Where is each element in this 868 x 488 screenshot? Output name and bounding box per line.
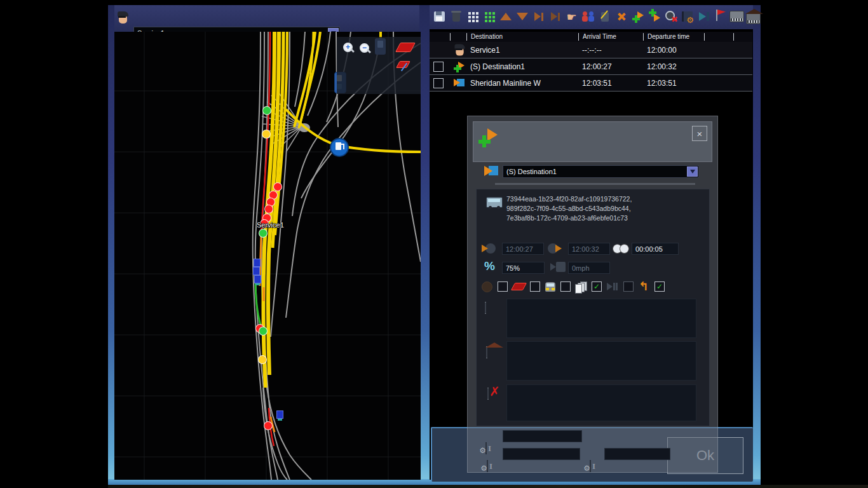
dialog-header: × [473, 121, 712, 162]
row-arrival: 12:03:51 [578, 75, 643, 91]
link-destination-icon [454, 78, 465, 88]
go-to-service-icon[interactable] [696, 8, 711, 25]
consist-marker[interactable] [254, 259, 261, 267]
refuel-pen-icon[interactable] [597, 8, 612, 25]
col-arrival[interactable]: Arrival Time [578, 33, 643, 41]
close-icon[interactable]: × [692, 126, 707, 141]
speed-field[interactable]: 0mph [568, 262, 610, 274]
add-destination-icon[interactable] [647, 8, 661, 25]
consist-coupling [278, 419, 282, 421]
percent-icon: % [484, 259, 495, 273]
table-row[interactable]: Sheridan Mainline W 12:03:51 12:03:51 [430, 75, 752, 92]
green-signal[interactable] [259, 229, 268, 238]
platform-marker-icon[interactable] [395, 43, 416, 52]
col-destination[interactable]: Destination [466, 33, 578, 41]
hand-pointer-icon[interactable]: ☛ [564, 8, 579, 25]
platform-icon[interactable] [729, 8, 744, 25]
no-platform-textarea[interactable] [506, 384, 696, 421]
dot-grid-green-icon[interactable] [482, 8, 496, 25]
guid-line: 73944eaa-1b23-4f20-82af-c10919736722, [506, 194, 697, 204]
row-checkbox[interactable] [433, 62, 444, 72]
expand-arrows-icon[interactable]: ✚ [614, 8, 628, 25]
map-view[interactable]: Service1 + − [114, 32, 421, 480]
consist-marker[interactable] [276, 410, 283, 419]
col-departure[interactable]: Departure time [643, 33, 704, 41]
red-signal[interactable] [273, 182, 282, 191]
documents-icon [576, 281, 587, 292]
green-signal[interactable] [259, 327, 268, 336]
driver-icon [454, 43, 466, 57]
duration-clocks-icon [613, 243, 629, 254]
arrival-time-field[interactable]: 12:00:27 [502, 243, 544, 255]
station-icon[interactable] [746, 8, 761, 25]
yellow-signal[interactable] [262, 130, 271, 139]
covered-platform-icon [486, 346, 487, 358]
consist-marker[interactable] [253, 267, 260, 275]
desktop-sliver [108, 485, 868, 488]
row-destination: (S) Destination1 [466, 58, 578, 74]
destination-dropdown[interactable]: (S) Destination1 [503, 165, 699, 178]
map-header-band: Service1 [114, 5, 419, 32]
media-bars-icon [607, 282, 618, 291]
table-row[interactable]: Service1 --:--:-- 12:00:00 [430, 42, 752, 58]
map-tools-panel: + − [337, 37, 421, 94]
speed-limit-icon [550, 262, 566, 273]
driver-icon [117, 11, 130, 25]
dot-grid-white-icon[interactable] [465, 8, 480, 25]
dropdown-groove [495, 183, 695, 185]
arrow-right-end-icon[interactable] [548, 8, 562, 25]
save-icon[interactable] [432, 8, 447, 25]
instruction-settings-icon: I⚙ [487, 460, 488, 472]
consist-marker[interactable] [254, 275, 261, 283]
table-row[interactable]: (S) Destination1 12:00:27 12:00:32 [430, 58, 752, 75]
option-checkbox[interactable]: ✓ [654, 281, 665, 292]
arrow-down-icon[interactable] [515, 8, 529, 25]
platform-icon [485, 302, 486, 314]
platform-textarea[interactable] [506, 299, 696, 338]
remove-service-icon[interactable]: ✖ [663, 8, 678, 25]
service-map-label: Service1 [257, 221, 284, 229]
option-checkbox[interactable] [530, 281, 540, 292]
service-settings-icon[interactable]: ⚙ [680, 8, 695, 25]
drivers-icon[interactable] [581, 8, 595, 25]
red-signal[interactable] [264, 205, 273, 214]
row-destination: Service1 [466, 42, 578, 58]
option-checkbox[interactable] [498, 281, 508, 292]
covered-platform-textarea[interactable] [506, 341, 696, 381]
option-checkbox[interactable] [560, 281, 571, 292]
option-checkbox[interactable]: ✓ [592, 281, 602, 292]
green-signal[interactable] [262, 106, 271, 115]
frame-left [108, 5, 114, 484]
trash-icon[interactable] [449, 8, 463, 25]
red-flag-icon[interactable] [713, 8, 728, 25]
arrow-up-icon[interactable] [498, 8, 513, 25]
row-arrival: 12:00:27 [578, 58, 643, 74]
operation-field[interactable] [503, 448, 580, 460]
performance-field[interactable]: 75% [502, 262, 545, 274]
arrow-right-skip-icon[interactable] [531, 8, 546, 25]
stop-duration-field[interactable]: 00:00:05 [632, 243, 679, 255]
row-destination: Sheridan Mainline W [466, 75, 578, 91]
signal-layer [114, 32, 421, 480]
operation-field[interactable] [503, 430, 582, 442]
toolbar-band: ☛ ✚ ✖ ⚙ [430, 5, 753, 29]
instruction-settings-icon: I⚙ [590, 460, 591, 472]
wagon-icon [486, 197, 503, 208]
return-arrow-icon: ↰ [639, 281, 649, 292]
consist-coupling [255, 283, 260, 285]
fuel-filter-icon[interactable] [375, 38, 386, 55]
chevron-down-icon[interactable] [687, 166, 698, 177]
row-checkbox[interactable] [433, 78, 444, 88]
platform-edit-icon[interactable] [398, 61, 413, 72]
destination-dialog: × (S) Destination1 73944eaa-1b23-4f20-82… [467, 116, 718, 473]
yellow-signal[interactable] [258, 355, 267, 364]
red-signal[interactable] [264, 421, 273, 430]
guid-line: 989f282c-7f09-4c55-a8bd-c543adb9bc44, [506, 204, 697, 214]
destination-dropdown-value: (S) Destination1 [506, 168, 557, 175]
row-departure: 12:00:32 [643, 58, 704, 74]
departure-time-field[interactable]: 12:00:32 [568, 243, 610, 255]
operation-field[interactable] [604, 448, 670, 460]
add-service-icon[interactable] [630, 8, 645, 25]
option-checkbox[interactable] [623, 281, 634, 292]
no-platform-icon: ✗ [487, 388, 489, 400]
